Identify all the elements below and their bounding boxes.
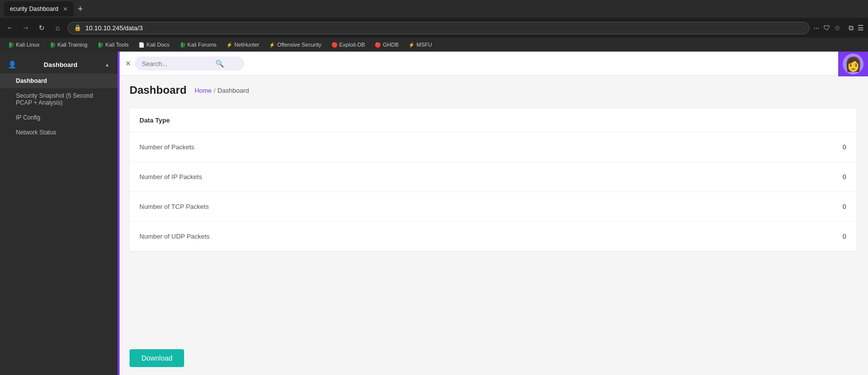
breadcrumb-home[interactable]: Home bbox=[195, 87, 212, 94]
more-options-icon[interactable]: ··· bbox=[813, 24, 819, 32]
data-card: Data Type Number of Packets 0 Number of … bbox=[130, 109, 856, 251]
page-header: Dashboard Home / Dashboard bbox=[118, 76, 868, 101]
table-row: Number of IP Packets 0 bbox=[130, 162, 856, 192]
search-close-button[interactable]: × bbox=[126, 59, 131, 69]
refresh-button[interactable]: ↻ bbox=[36, 22, 48, 34]
tab-area: ecurity Dashboard ✕ + bbox=[4, 1, 85, 16]
column-header-data-type: Data Type bbox=[130, 109, 706, 132]
ghdb-icon: 🔴 bbox=[375, 42, 381, 48]
lock-icon: 🔒 bbox=[74, 24, 81, 31]
kali-docs-icon: 📄 bbox=[138, 42, 144, 48]
table-row: Number of UDP Packets 0 bbox=[130, 222, 856, 251]
sidebar: 👤 Dashboard ▲ Dashboard Security Snapsho… bbox=[0, 52, 118, 375]
nethunter-icon: ⚡ bbox=[226, 42, 232, 48]
data-table: Data Type Number of Packets 0 Number of … bbox=[130, 109, 856, 251]
row-label-0: Number of Packets bbox=[130, 132, 706, 162]
tabs-icon[interactable]: ⧉ bbox=[849, 24, 854, 32]
search-bar-area: × 🔍 bbox=[118, 52, 868, 76]
sidebar-section-header[interactable]: 👤 Dashboard ▲ bbox=[8, 58, 110, 71]
row-value-0: 0 bbox=[706, 132, 857, 162]
tab-close-button[interactable]: ✕ bbox=[63, 6, 67, 12]
app-container: 👤 Dashboard ▲ Dashboard Security Snapsho… bbox=[0, 52, 868, 375]
bookmark-nethunter[interactable]: ⚡ NetHunter bbox=[222, 41, 263, 49]
tab-title: ecurity Dashboard bbox=[10, 5, 58, 12]
chevron-up-icon: ▲ bbox=[105, 62, 110, 67]
table-row: Number of Packets 0 bbox=[130, 132, 856, 162]
bookmark-kali-docs[interactable]: 📄 Kali Docs bbox=[134, 41, 173, 49]
url-host: 10.10.10.245 bbox=[85, 24, 123, 32]
sidebar-section-dashboard: 👤 Dashboard ▲ bbox=[0, 52, 118, 73]
kali-tools-icon: 🐉 bbox=[97, 42, 103, 48]
bookmark-kali-tools[interactable]: 🐉 Kali Tools bbox=[93, 41, 133, 49]
sidebar-section-label: Dashboard bbox=[44, 61, 77, 68]
search-input-wrap: 🔍 bbox=[135, 57, 244, 70]
sidebar-accent bbox=[118, 52, 120, 375]
sidebar-item-security-snapshot[interactable]: Security Snapshot (5 Second PCAP + Analy… bbox=[0, 88, 118, 110]
kali-training-icon: 🐉 bbox=[50, 42, 56, 48]
url-display: 10.10.10.245/data/3 bbox=[85, 24, 143, 32]
bookmark-offensive-security[interactable]: ⚡ Offensive Security bbox=[265, 41, 325, 49]
bookmark-msfu[interactable]: ⚡ MSFU bbox=[404, 41, 436, 49]
row-value-1: 0 bbox=[706, 162, 857, 192]
data-area: Data Type Number of Packets 0 Number of … bbox=[118, 101, 868, 343]
page-title: Dashboard bbox=[130, 84, 187, 97]
sidebar-item-dashboard[interactable]: Dashboard bbox=[0, 73, 118, 88]
menu-icon[interactable]: ☰ bbox=[858, 24, 864, 32]
breadcrumb: Home / Dashboard bbox=[195, 87, 249, 94]
shield-icon: 🛡 bbox=[823, 24, 830, 32]
active-tab[interactable]: ecurity Dashboard ✕ bbox=[4, 1, 73, 16]
sidebar-item-ip-config[interactable]: IP Config bbox=[0, 110, 118, 125]
url-path: /data/3 bbox=[123, 24, 143, 32]
row-value-3: 0 bbox=[706, 222, 857, 251]
msfu-icon: ⚡ bbox=[408, 42, 414, 48]
browser-nav-bar: ← → ↻ ⌂ 🔒 10.10.10.245/data/3 ··· 🛡 ☆ ⧉ … bbox=[0, 18, 868, 38]
bookmark-kali-forums[interactable]: 🐉 Kali Forums bbox=[176, 41, 221, 49]
kali-forums-icon: 🐉 bbox=[180, 42, 186, 48]
offensive-security-icon: ⚡ bbox=[269, 42, 275, 48]
bookmark-kali-training[interactable]: 🐉 Kali Training bbox=[46, 41, 92, 49]
actions-area: Download bbox=[118, 343, 868, 375]
star-icon[interactable]: ☆ bbox=[834, 24, 841, 32]
browser-title-bar: ecurity Dashboard ✕ + bbox=[0, 0, 868, 18]
column-header-value bbox=[706, 109, 857, 132]
exploit-db-icon: 🔴 bbox=[332, 42, 337, 48]
breadcrumb-separator: / bbox=[214, 87, 216, 94]
sidebar-item-network-status[interactable]: Network Status bbox=[0, 125, 118, 140]
row-label-1: Number of IP Packets bbox=[130, 162, 706, 192]
row-label-2: Number of TCP Packets bbox=[130, 192, 706, 222]
bookmark-exploit-db[interactable]: 🔴 Exploit-DB bbox=[328, 41, 369, 49]
browser-right-controls: ⧉ ☰ bbox=[849, 24, 864, 32]
forward-button[interactable]: → bbox=[20, 22, 32, 34]
kali-linux-icon: 🐉 bbox=[8, 42, 14, 48]
table-row: Number of TCP Packets 0 bbox=[130, 192, 856, 222]
sidebar-section-icon: 👤 bbox=[8, 61, 16, 68]
back-button[interactable]: ← bbox=[4, 22, 16, 34]
search-input[interactable] bbox=[142, 60, 211, 67]
row-value-2: 0 bbox=[706, 192, 857, 222]
avatar: 👩 bbox=[843, 54, 864, 74]
download-button[interactable]: Download bbox=[130, 349, 184, 367]
search-icon: 🔍 bbox=[215, 60, 224, 67]
nav-extras: ··· 🛡 ☆ bbox=[813, 24, 841, 32]
main-content: × 🔍 Dashboard Home / Dashboard Data Ty bbox=[118, 52, 868, 375]
top-right-avatar: 👩 bbox=[838, 52, 868, 76]
row-label-3: Number of UDP Packets bbox=[130, 222, 706, 251]
address-bar[interactable]: 🔒 10.10.10.245/data/3 bbox=[67, 22, 809, 34]
bookmark-kali-linux[interactable]: 🐉 Kali Linux bbox=[4, 41, 44, 49]
bookmark-ghdb[interactable]: 🔴 GHDB bbox=[371, 41, 402, 49]
home-button[interactable]: ⌂ bbox=[52, 22, 64, 34]
bookmarks-bar: 🐉 Kali Linux 🐉 Kali Training 🐉 Kali Tool… bbox=[0, 38, 868, 52]
new-tab-button[interactable]: + bbox=[75, 4, 85, 14]
breadcrumb-current: Dashboard bbox=[217, 87, 249, 94]
